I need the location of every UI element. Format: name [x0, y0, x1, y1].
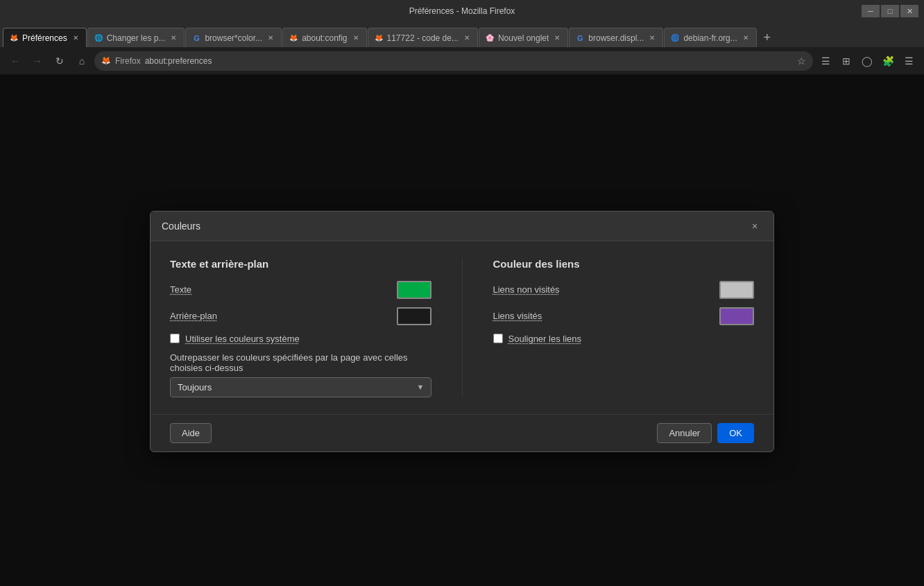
text-color-row: Texte: [170, 281, 431, 299]
url-text: about:preferences: [145, 56, 793, 66]
dialog-title: Couleurs: [162, 221, 200, 232]
tab-label-browser-color: browser*color...: [205, 33, 262, 43]
visited-links-label: Liens visités: [493, 311, 713, 321]
background-color-swatch[interactable]: [397, 307, 431, 325]
background-color-label: Arrière-plan: [170, 311, 390, 321]
dialog-header: Couleurs ×: [151, 212, 773, 241]
home-button[interactable]: ⌂: [72, 51, 92, 71]
tab-label-browser-display: browser.displ...: [588, 33, 644, 43]
tab-favicon-about-config: 🦊: [289, 33, 298, 43]
forward-button[interactable]: →: [28, 51, 47, 71]
tab-nouvel-onglet[interactable]: 🌸 Nouvel onglet ✕: [479, 28, 568, 47]
extensions-icon[interactable]: 🧩: [878, 51, 898, 71]
section-divider: [462, 258, 463, 397]
tab-debian[interactable]: 🌀 debian-fr.org... ✕: [664, 28, 756, 47]
tab-close-117722[interactable]: ✕: [462, 33, 472, 43]
tab-label-debian: debian-fr.org...: [683, 33, 737, 43]
tab-close-nouvel-onglet[interactable]: ✕: [552, 33, 562, 43]
cancel-button[interactable]: Annuler: [657, 423, 712, 443]
title-bar: Préférences - Mozilla Firefox ─ □ ✕: [0, 0, 924, 22]
visited-links-swatch[interactable]: [719, 307, 754, 325]
override-select[interactable]: Toujours Jamais Seulement avec les thème…: [170, 377, 431, 397]
text-color-label: Texte: [170, 284, 390, 295]
sidebar-icon[interactable]: ⊞: [837, 51, 856, 71]
tab-favicon-preferences: 🦊: [9, 33, 19, 43]
footer-right: Annuler OK: [657, 423, 754, 443]
visited-links-row: Liens visités: [493, 307, 755, 325]
close-window-button[interactable]: ✕: [900, 5, 918, 17]
new-tab-button[interactable]: +: [758, 28, 777, 47]
page-content: Couleurs × Texte et arrière-plan Texte A…: [0, 76, 924, 586]
override-select-wrapper: Toujours Jamais Seulement avec les thème…: [170, 377, 431, 397]
browser-label: Firefox: [115, 56, 141, 66]
tab-117722[interactable]: 🦊 117722 - code de... ✕: [368, 28, 478, 47]
underline-links-checkbox[interactable]: [493, 334, 503, 343]
ok-button[interactable]: OK: [717, 423, 754, 443]
minimize-button[interactable]: ─: [862, 5, 880, 17]
dialog-body: Texte et arrière-plan Texte Arrière-plan: [151, 241, 773, 414]
tab-close-browser-color[interactable]: ✕: [266, 33, 275, 43]
tab-favicon-117722: 🦊: [374, 33, 384, 43]
system-colors-row: Utiliser les couleurs système: [170, 334, 431, 344]
text-background-section: Texte et arrière-plan Texte Arrière-plan: [170, 258, 431, 397]
tab-favicon-debian: 🌀: [670, 33, 680, 43]
tab-label-117722: 117722 - code de...: [387, 33, 459, 43]
back-button[interactable]: ←: [6, 51, 25, 71]
maximize-button[interactable]: □: [881, 5, 899, 17]
tab-favicon-browser-color: G: [191, 33, 201, 43]
unvisited-links-label: Liens non visités: [493, 284, 713, 295]
reload-button[interactable]: ↻: [50, 51, 69, 71]
tab-preferences[interactable]: 🦊 Préférences ✕: [3, 28, 87, 47]
system-colors-label[interactable]: Utiliser les couleurs système: [185, 334, 300, 344]
tab-favicon-changer: 🌐: [94, 33, 103, 43]
tab-browser-display[interactable]: G browser.displ... ✕: [569, 28, 663, 47]
tab-favicon-nouvel-onglet: 🌸: [485, 33, 495, 43]
toolbar-icons: ☰ ⊞ ◯ 🧩 ☰: [816, 51, 918, 71]
link-colors-section: Couleur des liens Liens non visités Lien…: [493, 258, 755, 397]
text-background-heading: Texte et arrière-plan: [170, 258, 431, 270]
bookmark-star-icon[interactable]: ☆: [797, 55, 806, 67]
override-description: Outrepasser les couleurs spécifiées par …: [170, 352, 431, 373]
window-controls: ─ □ ✕: [862, 5, 918, 17]
browser-chrome: Préférences - Mozilla Firefox ─ □ ✕ 🦊 Pr…: [0, 0, 924, 76]
tab-label-nouvel-onglet: Nouvel onglet: [498, 33, 549, 43]
tab-browser-color[interactable]: G browser*color... ✕: [185, 28, 282, 47]
system-colors-checkbox[interactable]: [170, 334, 180, 343]
help-button[interactable]: Aide: [170, 423, 212, 443]
reading-list-icon[interactable]: ☰: [816, 51, 835, 71]
colors-dialog: Couleurs × Texte et arrière-plan Texte A…: [150, 211, 774, 452]
tab-label-preferences: Préférences: [22, 33, 67, 43]
dialog-footer: Aide Annuler OK: [151, 414, 773, 451]
tab-close-about-config[interactable]: ✕: [351, 33, 361, 43]
tab-close-debian[interactable]: ✕: [741, 33, 751, 43]
nav-bar: ← → ↻ ⌂ 🦊 Firefox about:preferences ☆ ☰ …: [0, 47, 924, 75]
tab-about-config[interactable]: 🦊 about:config ✕: [282, 28, 366, 47]
window-title: Préférences - Mozilla Firefox: [409, 6, 515, 16]
underline-links-row: Souligner les liens: [493, 334, 755, 344]
firefox-logo-icon: 🦊: [101, 56, 111, 65]
menu-icon[interactable]: ☰: [899, 51, 918, 71]
background-color-row: Arrière-plan: [170, 307, 431, 325]
dialog-close-button[interactable]: ×: [747, 218, 762, 234]
underline-links-label[interactable]: Souligner les liens: [508, 334, 582, 344]
account-icon[interactable]: ◯: [857, 51, 877, 71]
tab-close-changer[interactable]: ✕: [169, 33, 178, 43]
tabs-bar: 🦊 Préférences ✕ 🌐 Changer les p... ✕ G b…: [0, 22, 924, 47]
tab-label-about-config: about:config: [302, 33, 347, 43]
tab-label-changer: Changer les p...: [107, 33, 166, 43]
unvisited-links-row: Liens non visités: [493, 281, 755, 299]
tab-favicon-browser-display: G: [575, 33, 585, 43]
tab-close-preferences[interactable]: ✕: [71, 33, 80, 43]
unvisited-links-swatch[interactable]: [719, 281, 754, 299]
footer-left: Aide: [170, 423, 212, 443]
tab-close-browser-display[interactable]: ✕: [647, 33, 657, 43]
link-colors-heading: Couleur des liens: [493, 258, 755, 270]
address-bar[interactable]: 🦊 Firefox about:preferences ☆: [94, 51, 813, 71]
modal-overlay: Couleurs × Texte et arrière-plan Texte A…: [0, 76, 924, 586]
tab-changer[interactable]: 🌐 Changer les p... ✕: [87, 28, 185, 47]
text-color-swatch[interactable]: [397, 281, 431, 299]
